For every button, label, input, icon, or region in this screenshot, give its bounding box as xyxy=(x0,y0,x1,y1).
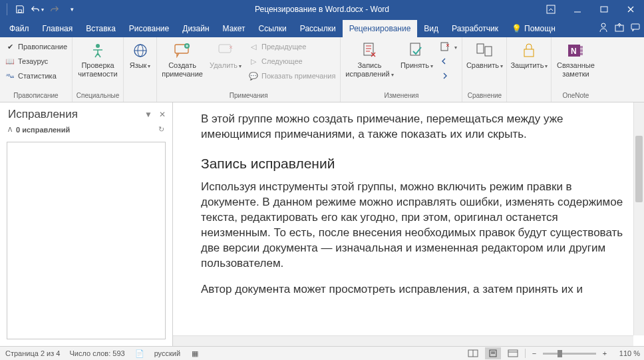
reject-button[interactable] xyxy=(438,40,459,53)
prev-change-button[interactable] xyxy=(438,55,459,68)
close-button[interactable] xyxy=(617,0,644,19)
pane-close-button[interactable]: ✕ xyxy=(159,110,166,119)
track-changes-button[interactable]: Запись исправлений xyxy=(343,39,395,78)
language-button[interactable]: Язык xyxy=(126,39,154,70)
tab-references[interactable]: Ссылки xyxy=(252,20,293,37)
workspace: Исправления ▼ ✕ ᐱ 0 исправлений ↻ В этой… xyxy=(0,102,644,346)
scroll-thumb[interactable] xyxy=(635,136,643,202)
show-comments-button[interactable]: 💬Показать примечания xyxy=(246,69,337,83)
save-button[interactable] xyxy=(13,2,27,17)
group-accessibility: Проверка читаемости Специальные xyxy=(73,37,124,102)
horizontal-scrollbar[interactable] xyxy=(173,335,633,346)
minimize-button[interactable] xyxy=(564,0,591,19)
group-accessibility-label: Специальные xyxy=(75,90,120,102)
zoom-out-button[interactable]: − xyxy=(530,349,539,357)
doc-heading: Запись исправлений xyxy=(201,154,631,173)
title-bar: ▾ Рецензирование в Word.docx - Word xyxy=(0,0,644,19)
tab-insert[interactable]: Вставка xyxy=(79,20,122,37)
delete-comment-button[interactable]: Удалить xyxy=(208,39,243,70)
svg-rect-1 xyxy=(547,5,555,13)
document-content[interactable]: В этой группе можно создать примечание, … xyxy=(173,102,644,297)
next-comment-button[interactable]: ▷Следующее xyxy=(246,55,337,68)
reading-button[interactable]: Проверка читаемости xyxy=(75,39,120,78)
ribbon-tabs: Файл Главная Вставка Рисование Дизайн Ма… xyxy=(0,19,644,37)
maximize-button[interactable] xyxy=(591,0,617,19)
lock-icon xyxy=(522,41,536,60)
group-onenote: N Связанные заметки OneNote xyxy=(552,37,599,102)
status-bar: Страница 2 из 4 Число слов: 593 📄 русски… xyxy=(0,346,644,360)
compare-button[interactable]: Сравнить xyxy=(465,39,504,70)
group-compare: Сравнить Сравнение xyxy=(462,37,507,102)
zoom-level[interactable]: 110 % xyxy=(613,349,640,357)
track-changes-icon xyxy=(361,41,378,60)
signin-icon[interactable] xyxy=(597,21,609,33)
abc-count-icon: ᴬᴮ₁₂ xyxy=(5,71,15,81)
onenote-button[interactable]: N Связанные заметки xyxy=(554,39,597,78)
group-language: Язык xyxy=(124,37,157,102)
svg-rect-18 xyxy=(485,47,492,56)
spelling-button[interactable]: ✔Правописание xyxy=(3,40,69,53)
protect-button[interactable]: Защитить xyxy=(510,39,548,70)
qat-customize[interactable]: ▾ xyxy=(65,2,79,17)
tab-file[interactable]: Файл xyxy=(3,20,36,37)
pane-refresh-button[interactable]: ↻ xyxy=(158,125,164,134)
status-macro-icon[interactable]: ▦ xyxy=(190,348,200,359)
tab-view[interactable]: Вид xyxy=(417,20,445,37)
status-page[interactable]: Страница 2 из 4 xyxy=(5,349,60,357)
ribbon: ✔Правописание 📖Тезаурус ᴬᴮ₁₂Статистика П… xyxy=(0,37,644,102)
tab-layout[interactable]: Макет xyxy=(216,20,252,37)
onenote-icon: N xyxy=(567,41,584,60)
book-icon: 📖 xyxy=(5,56,15,67)
svg-rect-3 xyxy=(601,7,607,12)
next-change-button[interactable] xyxy=(438,69,459,83)
tab-draw[interactable]: Рисование xyxy=(122,20,176,37)
prev-icon: ◁ xyxy=(248,41,259,52)
accept-button[interactable]: Принять xyxy=(398,39,435,70)
redo-button[interactable] xyxy=(47,2,62,17)
status-proof-icon[interactable]: 📄 xyxy=(134,348,145,359)
pane-subtitle: 0 исправлений xyxy=(16,126,70,134)
group-comments-label: Примечания xyxy=(160,90,337,102)
svg-rect-30 xyxy=(508,350,518,357)
share-icon[interactable] xyxy=(613,21,625,33)
zoom-handle[interactable] xyxy=(558,350,562,357)
statistics-button[interactable]: ᴬᴮ₁₂Статистика xyxy=(3,69,69,83)
vertical-scrollbar[interactable] xyxy=(633,102,644,335)
pane-expand-icon[interactable]: ᐱ xyxy=(8,126,12,133)
tab-developer[interactable]: Разработчик xyxy=(445,20,505,37)
thesaurus-button[interactable]: 📖Тезаурус xyxy=(3,55,69,68)
svg-text:N: N xyxy=(571,47,577,56)
view-web-button[interactable] xyxy=(505,347,521,359)
svg-point-7 xyxy=(96,44,100,48)
delete-comment-icon xyxy=(218,41,234,60)
view-print-button[interactable] xyxy=(485,347,501,359)
group-proofing: ✔Правописание 📖Тезаурус ᴬᴮ₁₂Статистика П… xyxy=(0,37,73,102)
new-comment-button[interactable]: Создать примечание xyxy=(160,39,205,78)
zoom-slider[interactable] xyxy=(543,353,596,355)
tab-review[interactable]: Рецензирование xyxy=(343,20,418,37)
pane-menu-button[interactable]: ▼ xyxy=(144,110,152,119)
comments-icon[interactable] xyxy=(629,21,641,33)
prev-change-icon xyxy=(440,56,450,67)
zoom-in-button[interactable]: + xyxy=(600,349,609,357)
svg-rect-13 xyxy=(219,45,231,53)
svg-point-4 xyxy=(601,23,605,27)
tab-help[interactable]: 💡Помощн xyxy=(505,20,562,37)
next-icon: ▷ xyxy=(248,56,259,67)
prev-comment-button[interactable]: ◁Предыдущее xyxy=(246,40,337,53)
tab-design[interactable]: Дизайн xyxy=(176,20,216,37)
tab-mailings[interactable]: Рассылки xyxy=(293,20,343,37)
tab-home[interactable]: Главная xyxy=(36,20,80,37)
ribbon-collapse-button[interactable] xyxy=(538,0,564,19)
quick-access-toolbar: ▾ xyxy=(0,2,79,17)
svg-rect-17 xyxy=(477,44,484,53)
reject-icon xyxy=(440,41,450,52)
document-area[interactable]: В этой группе можно создать примечание, … xyxy=(173,102,644,346)
status-words[interactable]: Число слов: 593 xyxy=(69,349,124,357)
svg-rect-0 xyxy=(18,10,21,13)
view-read-button[interactable] xyxy=(465,347,481,359)
pane-body xyxy=(7,142,166,339)
status-language[interactable]: русский xyxy=(154,349,180,357)
undo-button[interactable] xyxy=(30,2,45,17)
svg-rect-24 xyxy=(580,53,583,55)
